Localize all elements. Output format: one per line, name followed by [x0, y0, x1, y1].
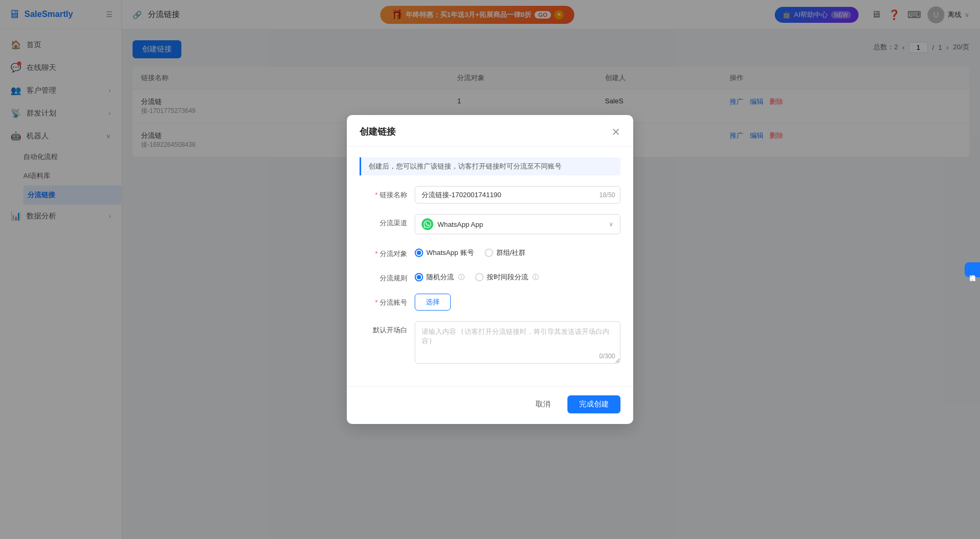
modal-title: 创建链接: [360, 126, 396, 138]
info-bar-text: 创建后，您可以推广该链接，访客打开链接时可分流至不同账号: [369, 162, 562, 170]
rule-time-label: 按时间段分流: [487, 272, 528, 282]
link-name-input[interactable]: [415, 186, 620, 204]
float-consult-button[interactable]: 极速咨询: [965, 262, 980, 277]
rule-option-random[interactable]: 随机分流 ⓘ: [415, 272, 465, 282]
form-row-link-name: 链接名称 18/50: [360, 186, 620, 204]
radio-checked-icon: [415, 273, 423, 281]
target-group-label: 群组/社群: [496, 248, 526, 258]
radio-checked-icon: [415, 249, 423, 257]
rule-radio-group: 随机分流 ⓘ 按时间段分流 ⓘ: [415, 269, 620, 282]
rule-option-time[interactable]: 按时间段分流 ⓘ: [475, 272, 539, 282]
form-row-channel: 分流渠道 WhatsApp App ∨: [360, 214, 620, 234]
modal-overlay[interactable]: 创建链接 ✕ 创建后，您可以推广该链接，访客打开链接时可分流至不同账号 链接名称…: [0, 0, 980, 539]
form-row-account: 分流账号 选择: [360, 294, 620, 311]
rule-random-info-icon: ⓘ: [458, 273, 465, 282]
cancel-button[interactable]: 取消: [525, 395, 561, 413]
channel-select[interactable]: WhatsApp App ∨: [415, 214, 620, 234]
modal-close-button[interactable]: ✕: [611, 127, 620, 137]
link-name-control: 18/50: [415, 186, 620, 204]
form-row-target: 分流对象 WhatsApp 账号 群组/社群: [360, 245, 620, 259]
whatsapp-icon: [422, 218, 433, 230]
whatsapp-svg: [424, 220, 431, 228]
target-option-group[interactable]: 群组/社群: [485, 248, 526, 258]
default-msg-label: 默认开场白: [360, 321, 407, 335]
rule-control: 随机分流 ⓘ 按时间段分流 ⓘ: [415, 269, 620, 282]
target-account-label: WhatsApp 账号: [426, 248, 474, 258]
account-label: 分流账号: [360, 294, 407, 307]
rule-random-label: 随机分流: [426, 272, 454, 282]
target-radio-group: WhatsApp 账号 群组/社群: [415, 245, 620, 258]
channel-label: 分流渠道: [360, 214, 407, 228]
radio-unchecked-icon: [475, 273, 484, 281]
form-row-default-msg: 默认开场白 0/300: [360, 321, 620, 365]
default-msg-textarea[interactable]: [415, 321, 620, 364]
create-link-modal: 创建链接 ✕ 创建后，您可以推广该链接，访客打开链接时可分流至不同账号 链接名称…: [347, 115, 633, 424]
target-control: WhatsApp 账号 群组/社群: [415, 245, 620, 258]
modal-info-bar: 创建后，您可以推广该链接，访客打开链接时可分流至不同账号: [360, 157, 620, 175]
modal-body: 创建后，您可以推广该链接，访客打开链接时可分流至不同账号 链接名称 18/50 …: [347, 147, 633, 386]
modal-footer: 取消 完成创建: [347, 386, 633, 424]
select-account-button[interactable]: 选择: [415, 294, 451, 311]
confirm-button[interactable]: 完成创建: [567, 395, 620, 413]
link-name-label: 链接名称: [360, 186, 407, 200]
link-name-count: 18/50: [599, 191, 615, 199]
target-label: 分流对象: [360, 245, 407, 259]
radio-unchecked-icon: [485, 249, 493, 257]
channel-value: WhatsApp App: [438, 220, 609, 228]
default-msg-count: 0/300: [599, 352, 615, 360]
channel-dropdown-icon: ∨: [609, 220, 614, 228]
target-option-account[interactable]: WhatsApp 账号: [415, 248, 474, 258]
modal-header: 创建链接 ✕: [347, 115, 633, 147]
default-msg-control: 0/300: [415, 321, 620, 365]
rule-time-info-icon: ⓘ: [532, 273, 539, 282]
rule-label: 分流规则: [360, 269, 407, 283]
form-row-rule: 分流规则 随机分流 ⓘ 按时间段分流 ⓘ: [360, 269, 620, 283]
channel-control: WhatsApp App ∨: [415, 214, 620, 234]
account-control: 选择: [415, 294, 620, 311]
